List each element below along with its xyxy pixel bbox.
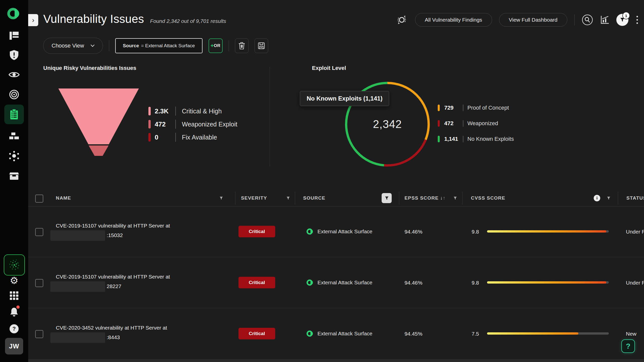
header-actions: All Vulnerability Findings View Full Das… xyxy=(395,13,639,27)
row-checkbox[interactable] xyxy=(35,279,43,287)
epss-sort-icon[interactable]: ↓↑ xyxy=(440,190,446,206)
row-checkbox[interactable] xyxy=(35,228,43,236)
source-cell: External Attack Surface xyxy=(306,330,372,337)
column-divider xyxy=(399,192,399,205)
user-avatar[interactable]: JW xyxy=(5,338,23,354)
severity-filter-icon[interactable] xyxy=(286,196,290,200)
column-header-epss[interactable]: EPSS SCORE xyxy=(405,190,439,206)
search-icon[interactable] xyxy=(582,14,593,26)
refresh-icon[interactable] xyxy=(395,14,408,26)
help-fab-button[interactable]: ? xyxy=(621,339,635,353)
legend-item: 729 Proof of Concept xyxy=(438,105,514,111)
sidebar-item-assets[interactable] xyxy=(0,170,28,182)
legend-item: 1,141 No Known Exploits xyxy=(438,136,514,142)
redacted-host xyxy=(50,230,105,241)
delete-filters-button[interactable] xyxy=(235,38,249,53)
cvss-score-bar xyxy=(487,281,609,284)
sidebar-item-help[interactable]: ? xyxy=(0,324,28,334)
vulnerability-name[interactable]: CVE-2019-15107 vulnerability at HTTP Ser… xyxy=(50,221,170,241)
column-header-name[interactable]: NAME xyxy=(56,190,71,206)
column-divider xyxy=(235,192,235,205)
source-label: External Attack Surface xyxy=(317,331,372,337)
column-divider xyxy=(295,192,295,205)
column-header-source[interactable]: SOURCE xyxy=(303,190,326,206)
sidebar-item-focus[interactable] xyxy=(0,89,28,100)
column-header-status[interactable]: STATUS xyxy=(626,190,644,206)
select-all-checkbox[interactable] xyxy=(35,195,43,203)
add-or-filter-button[interactable]: +OR xyxy=(209,38,223,53)
name-line-1: CVE-2019-15107 vulnerability at HTTP Ser… xyxy=(50,221,170,230)
cvss-score-bar xyxy=(487,230,609,233)
sidebar-item-ai-scan[interactable] xyxy=(4,254,25,276)
funnel-legend: 2.3K Critical & High 472 Weaponized Expl… xyxy=(148,107,237,142)
cycognito-logo-icon xyxy=(7,7,21,21)
view-full-dashboard-button[interactable]: View Full Dashboard xyxy=(499,13,567,27)
cvss-score: 7.5 xyxy=(465,331,479,337)
epss-filter-icon[interactable] xyxy=(453,196,457,200)
source-filter-active-icon[interactable] xyxy=(382,193,392,203)
analytics-icon[interactable] xyxy=(600,15,609,24)
horizontal-scrollbar[interactable] xyxy=(28,359,644,362)
clipboard-list-icon xyxy=(10,109,19,120)
global-filter-button[interactable]: 1 xyxy=(616,14,628,26)
app-logo[interactable] xyxy=(0,6,28,21)
notification-dot xyxy=(16,305,20,309)
eye-icon xyxy=(9,71,20,78)
funnel-chart[interactable] xyxy=(58,88,139,156)
filter-chip-field: Source xyxy=(123,43,139,49)
legend-separator xyxy=(463,105,463,111)
more-options-button[interactable] xyxy=(635,15,639,25)
column-header-cvss[interactable]: CVSS SCORE xyxy=(471,190,505,206)
sidebar-item-notifications[interactable] xyxy=(0,306,28,318)
plus-icon: + xyxy=(211,42,214,49)
donut-tooltip: No Known Exploits (1,141) xyxy=(300,91,389,106)
save-view-button[interactable] xyxy=(255,38,268,53)
sidebar-item-risk[interactable] xyxy=(0,49,28,61)
cvss-info-icon[interactable]: i xyxy=(594,195,600,201)
severity-badge: Critical xyxy=(238,226,275,237)
column-header-severity[interactable]: SEVERITY xyxy=(241,190,267,206)
sidebar-item-settings[interactable]: ⚙ xyxy=(0,275,28,286)
cvss-score: 9.8 xyxy=(465,229,479,235)
cvss-score-bar xyxy=(487,332,609,335)
sidebar: ⚙ ? JW xyxy=(0,0,28,362)
legend-label: Critical & High xyxy=(182,108,222,115)
blocks-icon xyxy=(9,132,19,141)
legend-separator xyxy=(175,107,176,116)
legend-item: 472 Weaponized Exploit xyxy=(148,120,237,129)
trash-icon xyxy=(238,42,245,50)
sidebar-item-modules[interactable] xyxy=(0,131,28,142)
save-icon xyxy=(258,42,265,49)
filter-count-badge: 1 xyxy=(622,12,630,19)
toolbar-divider-2 xyxy=(229,40,229,51)
donut-legend: 729 Proof of Concept 472 Weaponized 1,14… xyxy=(438,105,514,142)
choose-view-dropdown[interactable]: Choose View xyxy=(43,38,103,54)
epss-score: 94.46% xyxy=(405,229,422,235)
sidebar-item-apps[interactable] xyxy=(0,291,28,301)
sidebar-item-visibility[interactable] xyxy=(0,69,28,80)
name-port: :15032 xyxy=(107,232,123,238)
vulnerability-name[interactable]: CVE-2020-3452 vulnerability at HTTP Serv… xyxy=(50,323,167,343)
funnel-chart-title: Unique Risky Vulnerabilities Issues xyxy=(43,65,136,71)
status-cell: Under Review xyxy=(626,280,644,286)
table-body: CVE-2019-15107 vulnerability at HTTP Ser… xyxy=(28,206,644,359)
table-row[interactable]: CVE-2020-3452 vulnerability at HTTP Serv… xyxy=(28,308,644,359)
filter-chip-source[interactable]: Source = External Attack Surface xyxy=(115,38,202,53)
table-row[interactable]: CVE-2019-15107 vulnerability at HTTP Ser… xyxy=(28,206,644,257)
sidebar-item-dashboard[interactable] xyxy=(0,30,28,41)
sidebar-item-vulnerabilities-active[interactable] xyxy=(0,108,28,121)
source-cell: External Attack Surface xyxy=(306,228,372,235)
epss-score: 94.45% xyxy=(405,331,422,337)
legend-tick xyxy=(438,136,440,142)
cvss-filter-icon[interactable] xyxy=(607,196,611,200)
legend-label: Fix Available xyxy=(182,134,217,141)
vulnerability-name[interactable]: CVE-2019-15107 vulnerability at HTTP Ser… xyxy=(50,272,170,292)
table-row[interactable]: CVE-2019-15107 vulnerability at HTTP Ser… xyxy=(28,257,644,308)
redacted-host xyxy=(50,332,105,343)
sidebar-item-threats[interactable] xyxy=(0,150,28,162)
name-filter-icon[interactable] xyxy=(219,196,223,200)
sidebar-expand-button[interactable]: › xyxy=(28,14,38,26)
all-vulnerability-findings-button[interactable]: All Vulnerability Findings xyxy=(415,13,492,27)
or-label: OR xyxy=(214,43,221,48)
row-checkbox[interactable] xyxy=(35,330,43,338)
